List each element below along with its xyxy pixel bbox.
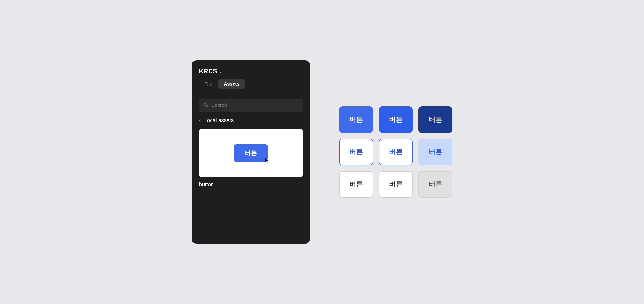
btn-gray-fill[interactable]: 버튼 bbox=[418, 171, 452, 198]
back-chevron-icon[interactable]: ‹ bbox=[199, 117, 201, 124]
panel-divider bbox=[199, 93, 303, 93]
search-icon bbox=[203, 102, 208, 109]
btn-blue-default-2[interactable]: 버튼 bbox=[379, 106, 413, 133]
tab-assets[interactable]: Assets bbox=[218, 79, 245, 89]
search-input[interactable] bbox=[212, 103, 298, 108]
local-assets-row: ‹ Local assets bbox=[192, 112, 310, 124]
btn-outline-1[interactable]: 버튼 bbox=[339, 139, 373, 165]
panel-title: KRDS bbox=[199, 68, 217, 75]
svg-line-1 bbox=[207, 106, 208, 107]
btn-outline-gray-1[interactable]: 버튼 bbox=[339, 171, 373, 198]
btn-light-blue[interactable]: 버튼 bbox=[418, 139, 452, 165]
assets-panel: KRDS ⌄ File Assets ‹ Local assets 버튼 bbox=[192, 60, 310, 244]
chevron-down-icon[interactable]: ⌄ bbox=[219, 69, 223, 75]
button-grid: 버튼 버튼 버튼 버튼 버튼 버튼 버튼 버튼 버튼 bbox=[339, 106, 452, 198]
cursor-icon bbox=[264, 157, 271, 164]
search-bar bbox=[199, 99, 303, 112]
btn-blue-default-1[interactable]: 버튼 bbox=[339, 106, 373, 133]
asset-card: 버튼 bbox=[199, 129, 303, 177]
main-container: KRDS ⌄ File Assets ‹ Local assets 버튼 bbox=[192, 60, 452, 244]
local-assets-label: Local assets bbox=[204, 117, 234, 124]
btn-outline-gray-2[interactable]: 버튼 bbox=[379, 171, 413, 198]
panel-header: KRDS ⌄ bbox=[192, 60, 310, 75]
btn-outline-2[interactable]: 버튼 bbox=[379, 139, 413, 165]
tab-file[interactable]: File bbox=[199, 79, 217, 89]
asset-preview-button[interactable]: 버튼 bbox=[234, 144, 268, 162]
panel-tabs: File Assets bbox=[192, 75, 310, 89]
btn-blue-dark[interactable]: 버튼 bbox=[418, 106, 452, 133]
asset-name-label: button bbox=[199, 181, 303, 188]
